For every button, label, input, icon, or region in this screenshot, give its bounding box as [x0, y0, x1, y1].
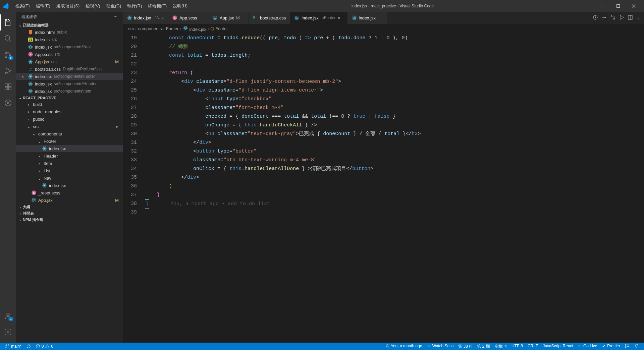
editor-tab[interactable]: #bootstrap.css — [249, 12, 290, 24]
chevron-icon: › — [25, 117, 32, 122]
file-item[interactable]: App.jsxM — [16, 196, 123, 204]
svg-point-50 — [129, 17, 130, 18]
folder-item[interactable]: ›public — [16, 115, 123, 123]
npm-header[interactable]: › NPM 指令碼 — [16, 217, 123, 223]
branch-button[interactable]: main* — [3, 343, 24, 350]
open-editor-item[interactable]: index.jsxsrc\components\Header — [16, 80, 123, 88]
watch-sass-button[interactable]: Watch Sass — [425, 344, 456, 348]
folder-item[interactable]: ›node_modules — [16, 108, 123, 115]
spaces-button[interactable]: 空格: 4 — [492, 344, 509, 349]
project-header[interactable]: ⌄ REACT_PRACTIVE — [16, 95, 123, 101]
menu-item-4[interactable]: 移至(G) — [104, 2, 124, 10]
open-editor-item[interactable]: SApp.scsssrc — [16, 51, 123, 58]
prettier-label: Prettier — [607, 344, 620, 348]
breadcrumb[interactable]: src›components›Footer› index.jsx›⬡ Foote… — [123, 24, 644, 33]
svg-point-5 — [9, 54, 11, 56]
folder-item[interactable]: ⌄Nav — [16, 174, 123, 182]
maximize-button[interactable] — [610, 0, 626, 12]
code-editor[interactable]: 1920212223242526272829303132333435363738… — [123, 33, 644, 343]
watch-sass-label: Watch Sass — [432, 344, 454, 348]
breadcrumb-segment[interactable]: ⬡ Footer — [210, 26, 228, 31]
editor-tab[interactable]: App.jsxM — [208, 12, 249, 24]
problems-button[interactable]: 0 0 — [33, 343, 56, 350]
explorer-tab[interactable] — [0, 14, 16, 31]
encoding-button[interactable]: UTF-8 — [509, 344, 525, 348]
menu-item-7[interactable]: 說明(H) — [170, 2, 190, 10]
language-button[interactable]: JavaScript React — [540, 344, 576, 348]
react-icon — [212, 15, 218, 20]
position-button[interactable]: 第 38 行，第 2 欄 — [456, 344, 492, 349]
liveserver-tab[interactable] — [0, 95, 16, 111]
outline-header[interactable]: › 大綱 — [16, 204, 123, 210]
editor-tab[interactable]: index.jsx..\Footer× — [290, 12, 347, 24]
scm-tab[interactable]: 5 — [0, 47, 16, 63]
timeline-header[interactable]: › 時間表 — [16, 210, 123, 217]
folder-item[interactable]: ⌄src● — [16, 123, 123, 130]
file-item[interactable]: index.jsx — [16, 145, 123, 152]
debug-tab[interactable] — [0, 63, 16, 79]
open-editor-item[interactable]: index.jsxsrc\components\Item — [16, 88, 123, 95]
folder-item[interactable]: ⌄Footer — [16, 137, 123, 145]
menu-item-1[interactable]: 編輯(E) — [33, 2, 53, 10]
close-icon[interactable]: × — [21, 74, 27, 79]
open-editor-item[interactable]: App.jsxsrcM — [16, 58, 123, 65]
blame-button[interactable]: You, a month ago — [383, 344, 425, 348]
editor-tab[interactable]: SApp.scss — [168, 12, 208, 24]
open-editor-item[interactable]: ×index.jsxsrc\components\Footer — [16, 73, 123, 80]
split-icon[interactable] — [628, 15, 633, 21]
more-icon[interactable]: ⋯ — [636, 15, 641, 20]
folder-item[interactable]: ›Header — [16, 152, 123, 160]
editor-tab[interactable]: index.jsx..\Nav — [123, 12, 168, 24]
extensions-tab[interactable] — [0, 79, 16, 95]
open-editor-item[interactable]: JSindex.jssrc — [16, 36, 123, 43]
run-icon[interactable] — [619, 15, 624, 21]
file-item[interactable]: index.jsx — [16, 182, 123, 189]
minimap[interactable] — [639, 33, 644, 343]
golive-button[interactable]: Go Live — [576, 344, 599, 348]
svg-point-40 — [44, 185, 45, 186]
close-icon[interactable]: × — [338, 15, 343, 20]
chevron-icon: › — [25, 102, 32, 107]
folder-item[interactable]: ⌄components — [16, 130, 123, 137]
eol-button[interactable]: CRLF — [525, 344, 540, 348]
folder-item[interactable]: ›List — [16, 167, 123, 174]
sync-button[interactable] — [24, 343, 33, 350]
open-editor-item[interactable]: index.jsxsrc\components\Nav — [16, 43, 123, 51]
search-tab[interactable] — [0, 31, 16, 47]
svg-point-69 — [611, 15, 612, 17]
sidebar-more-icon[interactable]: ⋯ — [114, 15, 118, 19]
timeline-icon[interactable] — [593, 15, 598, 21]
minimize-button[interactable] — [595, 0, 610, 12]
react-icon — [28, 74, 34, 79]
close-button[interactable] — [626, 0, 641, 12]
react-icon — [294, 15, 300, 20]
chevron-icon: › — [36, 161, 42, 166]
breadcrumb-segment[interactable]: index.jsx — [183, 25, 206, 32]
folder-item[interactable]: ›Item — [16, 160, 123, 167]
menu-item-2[interactable]: 選取項目(S) — [54, 2, 82, 10]
diff-icon[interactable] — [610, 15, 615, 21]
menu-item-6[interactable]: 終端機(T) — [145, 2, 169, 10]
compare-icon[interactable] — [601, 15, 607, 21]
menu-item-0[interactable]: 檔案(F) — [13, 2, 33, 10]
file-item[interactable]: S_reset.scss — [16, 189, 123, 196]
npm-label: NPM 指令碼 — [23, 217, 43, 222]
bell-button[interactable] — [632, 344, 641, 348]
open-editors-header[interactable]: ⌄ 已開啟的編輯器 — [16, 22, 123, 28]
open-editor-item[interactable]: #bootstrap.cssD:\github\Perfume\css — [16, 65, 123, 73]
react-icon — [28, 59, 34, 64]
chevron-down-icon: ⌄ — [17, 23, 23, 27]
open-editor-item[interactable]: index.htmlpublic — [16, 28, 123, 36]
prettier-button[interactable]: Prettier — [599, 344, 623, 348]
breadcrumb-segment[interactable]: src — [128, 26, 134, 31]
menu-item-5[interactable]: 執行(R) — [124, 2, 145, 10]
folder-item[interactable]: ›build — [16, 101, 123, 108]
settings-tab[interactable] — [0, 324, 16, 340]
editor-tab[interactable]: index.jsx — [347, 12, 388, 24]
feedback-button[interactable] — [623, 344, 632, 348]
accounts-tab[interactable]: 1 — [0, 308, 16, 324]
breadcrumb-segment[interactable]: Footer — [166, 26, 179, 31]
menu-item-3[interactable]: 檢視(V) — [83, 2, 103, 10]
svg-point-64 — [354, 17, 355, 18]
breadcrumb-segment[interactable]: components — [138, 26, 162, 31]
